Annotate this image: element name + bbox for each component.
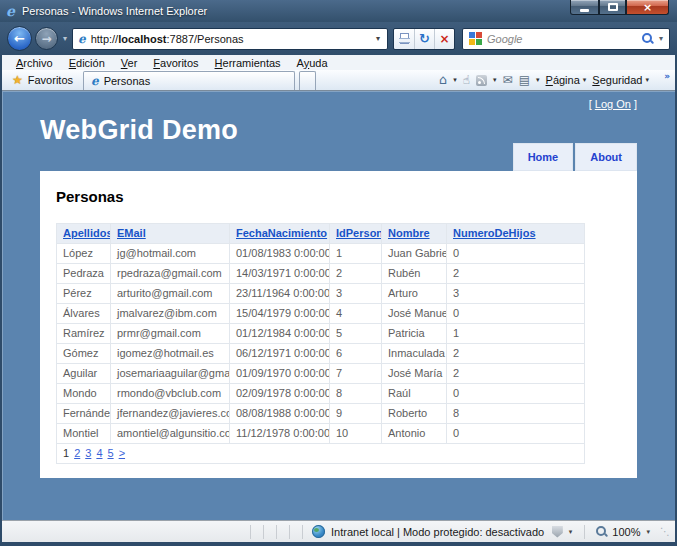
- compatibility-view-button[interactable]: [394, 29, 414, 49]
- pagination-link-5[interactable]: 5: [108, 447, 114, 460]
- address-buttons: ↻ ×: [393, 28, 455, 50]
- sort-link-nombre[interactable]: Nombre: [388, 227, 430, 239]
- safety-menu[interactable]: Seguridad ▾: [592, 74, 649, 86]
- favorites-button[interactable]: ★ Favoritos: [2, 70, 83, 90]
- mail-icon[interactable]: ✉: [503, 74, 513, 86]
- forward-button[interactable]: →: [35, 27, 58, 50]
- back-button[interactable]: ←: [7, 26, 32, 51]
- refresh-button[interactable]: ↻: [414, 29, 434, 49]
- maximize-icon: [608, 3, 618, 11]
- menu-item-edición[interactable]: Edición: [61, 57, 113, 69]
- table-cell: 2: [447, 344, 585, 364]
- sort-link-email[interactable]: EMail: [117, 227, 146, 239]
- zoom-dropdown[interactable]: ▾: [644, 528, 652, 536]
- zoom-icon[interactable]: [595, 525, 608, 538]
- tab-personas[interactable]: e Personas: [83, 71, 295, 90]
- minimize-button[interactable]: [570, 0, 599, 15]
- search-box[interactable]: ▾: [462, 28, 670, 50]
- table-cell: josemariaaguilar@gmail.com: [111, 364, 230, 384]
- nav-tab-home[interactable]: Home: [513, 143, 574, 171]
- window-title: Personas - Windows Internet Explorer: [22, 5, 207, 17]
- shield-icon[interactable]: [552, 526, 563, 538]
- table-cell: 0: [447, 244, 585, 264]
- search-dropdown[interactable]: ▾: [659, 34, 663, 43]
- status-separator: [238, 525, 251, 539]
- menu-item-ver[interactable]: Ver: [113, 57, 146, 69]
- status-separator: [251, 525, 264, 539]
- resize-grip-icon[interactable]: ⋱: [660, 526, 670, 537]
- home-icon[interactable]: ⌂: [439, 74, 447, 86]
- column-header-idpersona: IdPersona: [330, 224, 382, 244]
- table-row: Mondormondo@vbclub.com02/09/1978 0:00:00…: [57, 384, 585, 404]
- menu-item-archivo[interactable]: Archivo: [8, 57, 61, 69]
- page-heading: Personas: [56, 188, 621, 205]
- logon-bracket-close: ]: [634, 98, 637, 110]
- table-cell: Ramírez: [57, 324, 111, 344]
- maximize-button[interactable]: [599, 0, 626, 15]
- status-right: ▾ 100% ▾ ⋱: [552, 525, 675, 539]
- pagination-link-4[interactable]: 4: [96, 447, 102, 460]
- address-dropdown[interactable]: ▾: [374, 34, 382, 43]
- sort-link-fechanacimiento[interactable]: FechaNacimiento: [236, 227, 327, 239]
- menu-item-favoritos[interactable]: Favoritos: [145, 57, 206, 69]
- address-bar[interactable]: e http://localhost:7887/Personas ▾: [72, 28, 388, 50]
- zoom-level[interactable]: 100%: [612, 526, 640, 538]
- table-cell: 7: [330, 364, 382, 384]
- title-bar: e Personas - Windows Internet Explorer ×: [0, 0, 677, 22]
- command-bar: ★ Favoritos e Personas ⌂ ▾ ☝ ▾ ✉ ▤ ▾ Pág…: [2, 70, 675, 91]
- table-cell: Raúl: [382, 384, 447, 404]
- home-dropdown[interactable]: ▾: [453, 76, 457, 84]
- page-menu-label: Página: [546, 74, 580, 86]
- print-icon[interactable]: ▤: [519, 74, 530, 86]
- site-navigation: Home About: [513, 143, 637, 171]
- logon-link[interactable]: Log On: [595, 98, 631, 110]
- pagination-link->[interactable]: >: [119, 447, 125, 460]
- toolbar-overflow-chevron[interactable]: »: [664, 71, 670, 81]
- table-cell: amontiel@algunsitio.com: [111, 424, 230, 444]
- table-row: Lópezjg@hotmail.com01/08/1983 0:00:001Ju…: [57, 244, 585, 264]
- column-header-apellidos: Apellidos: [57, 224, 111, 244]
- table-cell: Inmaculada: [382, 344, 447, 364]
- page-favicon-icon: e: [78, 33, 86, 45]
- safety-menu-label: Seguridad: [592, 74, 642, 86]
- back-icon: ←: [14, 31, 25, 46]
- search-icon[interactable]: [641, 32, 654, 45]
- intranet-zone-icon: [312, 525, 325, 538]
- sort-link-apellidos[interactable]: Apellidos: [63, 227, 111, 239]
- sort-link-numerodehijos[interactable]: NumeroDeHijos: [453, 227, 536, 239]
- pagination-current-page: 1: [63, 447, 69, 460]
- table-cell: Antonio: [382, 424, 447, 444]
- hand-icon[interactable]: ☝: [463, 74, 470, 86]
- table-cell: 8: [447, 404, 585, 424]
- page-menu[interactable]: Página ▾: [546, 74, 587, 86]
- stop-button[interactable]: ×: [434, 29, 454, 49]
- table-cell: Fernández: [57, 404, 111, 424]
- table-cell: 1: [447, 324, 585, 344]
- nav-tab-about[interactable]: About: [575, 143, 637, 171]
- refresh-icon: ↻: [419, 31, 430, 46]
- menu-item-herramientas[interactable]: Herramientas: [207, 57, 289, 69]
- feed-icon[interactable]: [476, 75, 487, 86]
- pagination: 12345>: [63, 447, 578, 460]
- table-row: Ramírezprmr@gmail.com01/12/1984 0:00:005…: [57, 324, 585, 344]
- recent-pages-dropdown[interactable]: ▾: [61, 34, 69, 43]
- table-cell: jmalvarez@ibm.com: [111, 304, 230, 324]
- table-cell: 01/09/1970 0:00:00: [230, 364, 330, 384]
- pagination-link-2[interactable]: 2: [74, 447, 80, 460]
- table-cell: 0: [447, 304, 585, 324]
- close-button[interactable]: ×: [626, 0, 669, 15]
- new-tab-button[interactable]: [299, 71, 316, 90]
- sort-link-idpersona[interactable]: IdPersona: [336, 227, 382, 239]
- search-input[interactable]: [487, 33, 636, 45]
- menu-item-ayuda[interactable]: Ayuda: [289, 57, 336, 69]
- print-dropdown[interactable]: ▾: [536, 76, 540, 84]
- table-cell: Montiel: [57, 424, 111, 444]
- table-cell: Arturo: [382, 284, 447, 304]
- table-cell: 2: [330, 264, 382, 284]
- star-icon: ★: [12, 73, 23, 87]
- command-icons: ⌂ ▾ ☝ ▾ ✉ ▤ ▾ Página ▾ Seguridad ▾: [439, 70, 675, 90]
- feed-dropdown[interactable]: ▾: [493, 76, 497, 84]
- shield-dropdown[interactable]: ▾: [567, 528, 575, 536]
- pagination-link-3[interactable]: 3: [85, 447, 91, 460]
- personas-table: ApellidosEMailFechaNacimientoIdPersonaNo…: [56, 223, 585, 464]
